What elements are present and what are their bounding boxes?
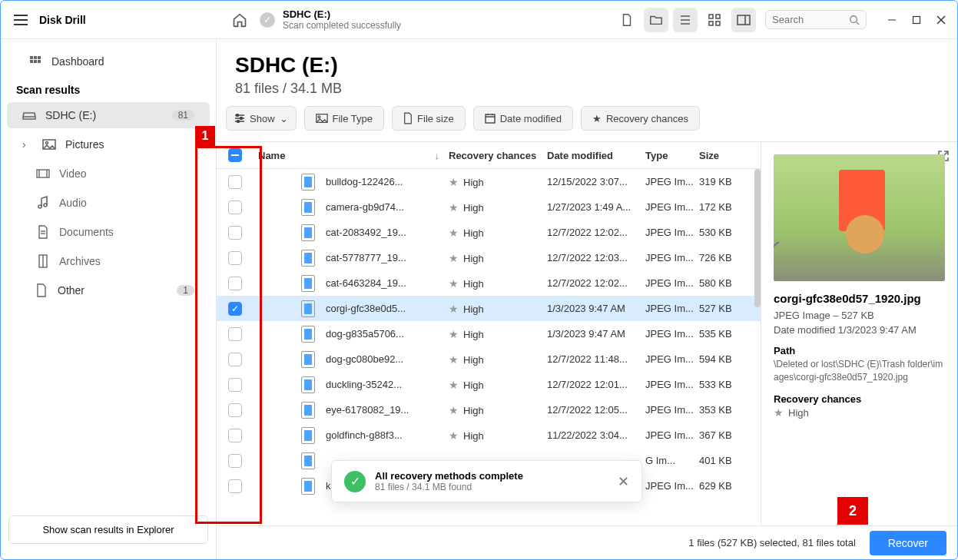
table-row[interactable]: cat-2083492_19...★High12/7/2022 12:02...… (217, 220, 761, 245)
cell-date: 1/27/2023 1:49 A... (547, 201, 645, 213)
file-name: dog-g835a5706... (326, 328, 404, 340)
sidebar-item-label: Other (58, 284, 85, 297)
hamburger-menu-icon[interactable] (12, 11, 30, 29)
cell-date: 12/7/2022 12:03... (547, 252, 645, 263)
column-header-recovery[interactable]: Recovery chances (449, 150, 547, 161)
app-title: Disk Drill (39, 14, 86, 26)
view-grid-icon[interactable] (702, 8, 727, 32)
file-icon (301, 224, 315, 241)
sidebar-item-label: Archives (59, 255, 101, 267)
svg-line-10 (857, 22, 860, 25)
cell-type: G Im... (645, 455, 699, 466)
toast-close-icon[interactable]: ✕ (618, 473, 629, 490)
column-header-type[interactable]: Type (645, 150, 699, 161)
recover-button[interactable]: Recover (870, 531, 946, 555)
cell-type: JPEG Im... (645, 227, 699, 238)
sidebar-item-archives[interactable]: Archives (7, 248, 210, 274)
cell-date: 12/7/2022 11:48... (547, 353, 645, 365)
cell-size: 319 KB (699, 176, 761, 187)
sidebar-dashboard[interactable]: Dashboard (7, 48, 210, 75)
file-icon (301, 402, 315, 419)
sidebar-item-audio[interactable]: Audio (7, 190, 210, 216)
cell-recovery: ★High (449, 201, 547, 214)
filter-show-button[interactable]: Show ⌄ (226, 106, 297, 131)
toast-notification: ✓ All recovery methods complete 81 files… (331, 460, 642, 502)
file-icon (301, 427, 315, 444)
window-maximize-button[interactable] (911, 15, 922, 25)
cell-size: 401 KB (699, 455, 761, 466)
window-minimize-button[interactable] (887, 15, 897, 25)
sidebar-item-drive[interactable]: SDHC (E:) 81 (7, 102, 210, 128)
cell-size: 629 KB (699, 480, 761, 492)
cell-type: JPEG Im... (645, 328, 699, 340)
scrollbar-thumb[interactable] (754, 169, 761, 307)
filter-date-button[interactable]: Date modified (473, 106, 573, 131)
svg-rect-41 (486, 114, 495, 123)
table-row[interactable]: cat-6463284_19...★High12/7/2022 12:02...… (217, 270, 761, 296)
cell-type: JPEG Im... (645, 429, 699, 441)
search-input[interactable] (772, 14, 849, 25)
column-header-date[interactable]: Date modified (547, 150, 645, 161)
svg-point-9 (850, 15, 857, 22)
columns-file-icon[interactable] (615, 8, 639, 32)
columns-folder-icon[interactable] (644, 8, 668, 32)
sidebar-item-other[interactable]: Other 1 (7, 277, 210, 303)
cell-size: 580 KB (699, 277, 761, 289)
chevron-right-icon[interactable]: › (22, 138, 31, 151)
video-icon (36, 167, 50, 181)
table-row[interactable]: bulldog-122426...★High12/15/2022 3:07...… (217, 169, 761, 194)
selection-summary: 1 files (527 KB) selected, 81 files tota… (688, 537, 856, 548)
table-row[interactable]: eye-6178082_19...★High12/7/2022 12:05...… (217, 397, 761, 422)
annotation-marker-2: 2 (837, 497, 868, 525)
table-row[interactable]: dog-g835a5706...★High1/3/2023 9:47 AMJPE… (217, 321, 761, 346)
svg-rect-3 (709, 15, 713, 18)
search-box[interactable] (765, 10, 867, 29)
table-row[interactable]: dog-gc080be92...★High12/7/2022 11:48...J… (217, 346, 761, 372)
file-icon (301, 174, 315, 191)
table-row[interactable]: camera-gb9d74...★High1/27/2023 1:49 A...… (217, 194, 761, 220)
column-header-name[interactable]: Name↓ (254, 150, 449, 161)
column-header-size[interactable]: Size (699, 150, 761, 161)
cell-recovery: ★High (449, 404, 547, 416)
search-icon[interactable] (849, 15, 860, 25)
sidebar-item-pictures[interactable]: › Pictures (7, 131, 210, 157)
preview-chances-label: Recovery chances (774, 393, 945, 405)
sidebar-item-label: Documents (59, 226, 114, 238)
svg-rect-17 (38, 56, 41, 59)
filter-file-type-button[interactable]: File Type (304, 106, 385, 131)
table-row[interactable]: ✓corgi-gfc38e0d5...★High1/3/2023 9:47 AM… (217, 296, 761, 321)
sidebar-item-video[interactable]: Video (7, 161, 210, 187)
filter-chances-button[interactable]: ★Recovery chances (581, 106, 700, 131)
cell-recovery: ★High (449, 429, 547, 442)
sidebar-item-documents[interactable]: Documents (7, 219, 210, 245)
file-icon (301, 326, 315, 343)
table-row[interactable]: cat-5778777_19...★High12/7/2022 12:03...… (217, 245, 761, 270)
star-icon: ★ (449, 353, 459, 366)
page-summary: 81 files / 34.1 MB (235, 81, 939, 97)
filter-file-size-button[interactable]: File size (392, 106, 466, 131)
preview-filename: corgi-gfc38e0d57_1920.jpg (774, 292, 945, 305)
svg-point-27 (38, 205, 41, 208)
table-row[interactable]: duckling-35242...★High12/7/2022 12:01...… (217, 372, 761, 397)
svg-point-37 (240, 118, 243, 120)
file-name: cat-5778777_19... (326, 252, 406, 263)
show-in-explorer-button[interactable]: Show scan results in Explorer (8, 515, 208, 544)
home-icon[interactable] (227, 8, 252, 32)
star-icon: ★ (449, 429, 459, 442)
statusbar: 1 files (527 KB) selected, 81 files tota… (217, 525, 957, 559)
file-name: eye-6178082_19... (326, 404, 409, 416)
cell-size: 353 KB (699, 404, 761, 416)
table-row[interactable]: goldfinch-g88f3...★High11/22/2022 3:04..… (217, 422, 761, 448)
cell-recovery: ★High (449, 252, 547, 264)
file-icon (301, 300, 315, 317)
cell-date: 1/3/2023 9:47 AM (547, 303, 645, 314)
window-close-button[interactable] (936, 15, 946, 25)
cell-date: 1/3/2023 9:47 AM (547, 328, 645, 340)
star-icon: ★ (449, 201, 459, 214)
file-name: camera-gb9d74... (326, 201, 404, 213)
view-list-icon[interactable] (673, 8, 698, 32)
file-name: corgi-gfc38e0d5... (326, 303, 406, 314)
sidebar-item-label: Pictures (65, 138, 104, 151)
view-panel-icon[interactable] (731, 8, 756, 32)
archives-icon (36, 254, 50, 268)
